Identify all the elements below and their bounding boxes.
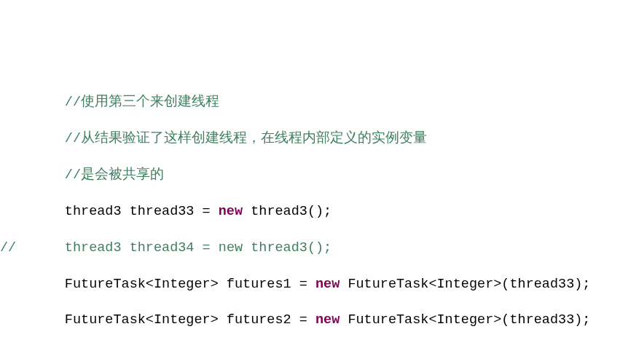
code-block: //使用第三个来创建线程 //从结果验证了这样创建线程，在线程内部定义的实例变量…	[0, 76, 628, 364]
keyword-new: new	[315, 277, 339, 292]
comment: //是会被共享的	[65, 167, 164, 183]
comment-marker: //	[0, 240, 16, 256]
keyword-new: new	[219, 204, 243, 219]
keyword-new: new	[315, 312, 339, 328]
commented-code: thread3 thread34 = new thread3();	[65, 240, 331, 256]
code-line	[0, 348, 628, 364]
code-line: //从结果验证了这样创建线程，在线程内部定义的实例变量	[0, 130, 628, 149]
code-line: //使用第三个来创建线程	[0, 94, 628, 112]
code-line: thread3 thread33 = new thread3();	[0, 203, 628, 221]
code-line: FutureTask<Integer> futures2 = new Futur…	[0, 312, 628, 330]
comment: //使用第三个来创建线程	[65, 95, 219, 110]
comment: //从结果验证了这样创建线程，在线程内部定义的实例变量	[65, 131, 427, 146]
code-line: //是会被共享的	[0, 167, 628, 185]
code-line: // thread3 thread34 = new thread3();	[0, 240, 628, 258]
code-line: FutureTask<Integer> futures1 = new Futur…	[0, 276, 628, 294]
